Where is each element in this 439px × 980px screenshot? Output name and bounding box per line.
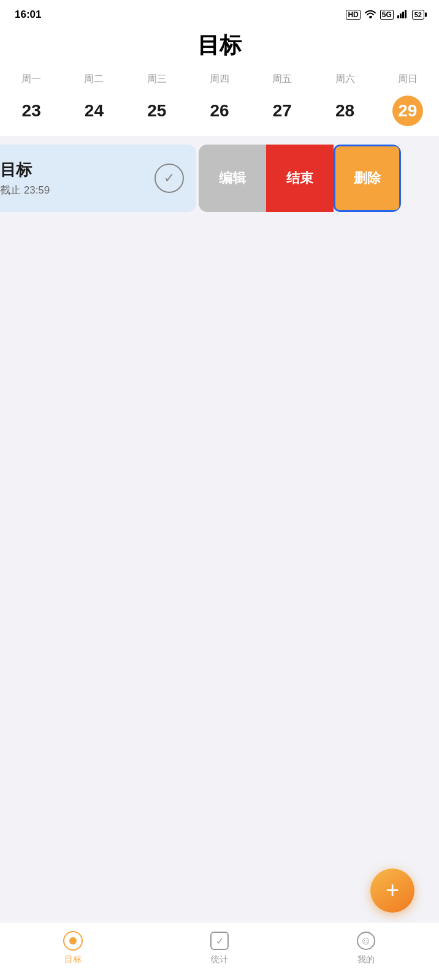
check-button[interactable]: ✓ <box>155 164 184 193</box>
tab-goals-label: 目标 <box>64 954 82 965</box>
status-time: 16:01 <box>15 9 41 21</box>
stats-icon <box>210 932 229 950</box>
goal-time: 截止 23:59 <box>0 183 155 197</box>
date-cell-24[interactable]: 24 <box>63 96 125 126</box>
tab-bar: 目标 统计 ☺ 我的 <box>0 922 439 980</box>
week-days-header: 周一 周二 周三 周四 周五 周六 周日 <box>0 68 439 89</box>
goal-deadline: 23:59 <box>24 184 50 196</box>
goals-tab-icon <box>62 930 84 952</box>
5g-icon: 5G <box>380 10 394 20</box>
stats-tab-icon <box>208 930 231 952</box>
page-title: 目标 <box>197 32 242 58</box>
battery-icon: 52 <box>412 10 424 20</box>
date-cell-28[interactable]: 28 <box>313 96 376 126</box>
weekday-tue: 周二 <box>63 73 125 86</box>
date-cell-27[interactable]: 27 <box>251 96 313 126</box>
date-cell-29[interactable]: 29 <box>376 96 439 126</box>
header: 目标 <box>0 26 439 68</box>
date-cell-26[interactable]: 26 <box>188 96 251 126</box>
tab-goals[interactable]: 目标 <box>0 930 147 965</box>
swipe-actions: 编辑 结束 删除 <box>199 145 401 212</box>
date-cell-23[interactable]: 23 <box>0 96 63 126</box>
target-inner-icon <box>69 937 77 944</box>
end-button[interactable]: 结束 <box>266 145 334 212</box>
profile-icon: ☺ <box>357 932 375 950</box>
goal-name: 目标 <box>0 159 155 181</box>
svg-rect-4 <box>405 10 407 18</box>
content-area: 目标 截止 23:59 ✓ 编辑 结束 删除 <box>0 137 439 224</box>
svg-point-0 <box>369 16 372 18</box>
hd-icon: HD <box>346 10 360 20</box>
weekday-thu: 周四 <box>188 73 251 86</box>
add-goal-fab[interactable]: + <box>370 869 414 913</box>
weekday-sun: 周日 <box>376 73 439 86</box>
svg-rect-2 <box>400 13 402 18</box>
svg-rect-1 <box>397 15 399 18</box>
swipe-container: 目标 截止 23:59 ✓ 编辑 结束 删除 <box>0 145 439 212</box>
status-bar: 16:01 HD 5G 52 <box>0 0 439 26</box>
goal-info: 目标 截止 23:59 <box>0 159 155 197</box>
weekday-fri: 周五 <box>251 73 313 86</box>
edit-button[interactable]: 编辑 <box>199 145 266 212</box>
svg-rect-3 <box>402 12 404 18</box>
weekday-wed: 周三 <box>126 73 188 86</box>
tab-stats-label: 统计 <box>211 954 228 965</box>
goal-deadline-prefix: 截止 <box>0 184 24 196</box>
status-icons: HD 5G 52 <box>346 9 424 21</box>
weekday-sat: 周六 <box>313 73 376 86</box>
tab-profile[interactable]: ☺ 我的 <box>292 930 439 965</box>
checkmark-icon: ✓ <box>164 170 175 186</box>
delete-button[interactable]: 删除 <box>334 145 401 212</box>
tab-profile-label: 我的 <box>357 954 375 965</box>
date-cell-25[interactable]: 25 <box>126 96 188 126</box>
wifi-icon <box>364 9 376 21</box>
plus-icon: + <box>386 878 399 902</box>
date-row: 23 24 25 26 27 28 29 <box>0 89 439 136</box>
target-icon <box>63 931 83 951</box>
profile-tab-icon: ☺ <box>355 930 377 952</box>
tab-stats[interactable]: 统计 <box>147 930 293 965</box>
goal-card[interactable]: 目标 截止 23:59 ✓ <box>0 145 196 212</box>
signal-icon <box>397 10 408 20</box>
weekday-mon: 周一 <box>0 73 63 86</box>
